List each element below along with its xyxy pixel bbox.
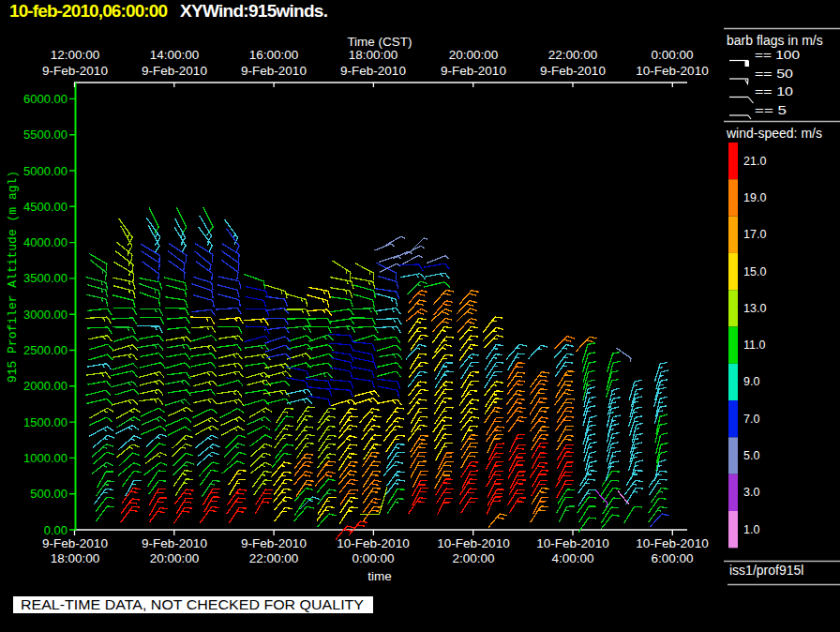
svg-text:10-Feb-2010: 10-Feb-2010 <box>636 536 708 550</box>
svg-text:3000.00: 3000.00 <box>23 308 68 322</box>
svg-text:4:00:00: 4:00:00 <box>551 551 593 565</box>
svg-text:0:00:00: 0:00:00 <box>651 48 693 62</box>
svg-text:10-Feb-2010: 10-Feb-2010 <box>536 536 608 550</box>
svg-text:9-Feb-2010: 9-Feb-2010 <box>441 64 506 78</box>
svg-text:== 10: == 10 <box>755 84 793 98</box>
svg-text:3500.00: 3500.00 <box>23 271 68 285</box>
svg-text:22:00:00: 22:00:00 <box>548 48 598 62</box>
svg-text:iss1/prof915l: iss1/prof915l <box>729 563 803 578</box>
svg-text:12:00:00: 12:00:00 <box>51 48 100 62</box>
svg-text:barb flags in m/s: barb flags in m/s <box>727 33 823 48</box>
svg-text:wind-speed: m/s: wind-speed: m/s <box>726 126 822 141</box>
svg-text:5000.00: 5000.00 <box>23 164 68 178</box>
svg-text:4500.00: 4500.00 <box>23 200 68 214</box>
svg-text:10-Feb-2010: 10-Feb-2010 <box>337 536 409 550</box>
svg-text:3.0: 3.0 <box>743 486 759 499</box>
svg-text:5.0: 5.0 <box>743 449 759 462</box>
svg-text:19.0: 19.0 <box>743 191 766 204</box>
svg-text:0:00:00: 0:00:00 <box>352 551 394 565</box>
svg-text:11.0: 11.0 <box>743 339 765 352</box>
svg-text:2000.00: 2000.00 <box>23 379 68 393</box>
svg-text:20:00:00: 20:00:00 <box>150 551 200 565</box>
svg-text:time: time <box>368 569 392 583</box>
svg-text:18:00:00: 18:00:00 <box>51 551 100 565</box>
svg-text:2500.00: 2500.00 <box>23 343 68 357</box>
svg-text:10-Feb-2010: 10-Feb-2010 <box>437 536 509 550</box>
svg-text:15.0: 15.0 <box>743 265 766 278</box>
svg-text:21.0: 21.0 <box>743 155 766 168</box>
svg-text:Time (CST): Time (CST) <box>347 35 412 49</box>
svg-text:20:00:00: 20:00:00 <box>449 48 499 62</box>
svg-text:9-Feb-2010: 9-Feb-2010 <box>142 64 207 78</box>
svg-text:18:00:00: 18:00:00 <box>349 48 398 62</box>
svg-text:9-Feb-2010: 9-Feb-2010 <box>540 64 606 78</box>
svg-text:9-Feb-2010: 9-Feb-2010 <box>142 536 207 550</box>
svg-text:9-Feb-2010: 9-Feb-2010 <box>42 64 108 78</box>
svg-text:10-feb-2010,06:00:00: 10-feb-2010,06:00:00 <box>9 1 168 21</box>
svg-text:2:00:00: 2:00:00 <box>452 551 494 565</box>
svg-text:9-Feb-2010: 9-Feb-2010 <box>241 64 307 78</box>
svg-text:== 100: == 100 <box>755 48 800 62</box>
svg-text:1.0: 1.0 <box>743 523 759 536</box>
svg-text:REAL-TIME DATA, NOT CHECKED FO: REAL-TIME DATA, NOT CHECKED FOR QUALITY <box>21 597 365 612</box>
svg-text:9.0: 9.0 <box>743 375 759 388</box>
svg-text:== 5: == 5 <box>755 103 787 117</box>
svg-text:5500.00: 5500.00 <box>23 128 68 142</box>
svg-text:9-Feb-2010: 9-Feb-2010 <box>42 536 108 550</box>
svg-text:1000.00: 1000.00 <box>23 451 68 465</box>
svg-text:6:00:00: 6:00:00 <box>651 551 693 565</box>
svg-text:XYWind:915winds.: XYWind:915winds. <box>180 1 328 21</box>
svg-text:10-Feb-2010: 10-Feb-2010 <box>636 64 708 78</box>
svg-text:1500.00: 1500.00 <box>23 415 68 429</box>
svg-text:14:00:00: 14:00:00 <box>150 48 200 62</box>
svg-text:6000.00: 6000.00 <box>23 92 68 106</box>
svg-text:0.00: 0.00 <box>44 523 68 537</box>
svg-text:500.00: 500.00 <box>30 487 68 501</box>
svg-text:7.0: 7.0 <box>743 413 759 426</box>
svg-text:22:00:00: 22:00:00 <box>249 551 299 565</box>
svg-text:16:00:00: 16:00:00 <box>249 48 299 62</box>
svg-text:4000.00: 4000.00 <box>23 235 68 249</box>
svg-text:9-Feb-2010: 9-Feb-2010 <box>241 536 307 550</box>
svg-text:== 50: == 50 <box>755 67 793 81</box>
svg-text:9-Feb-2010: 9-Feb-2010 <box>340 64 406 78</box>
svg-text:13.0: 13.0 <box>743 302 766 315</box>
svg-text:17.0: 17.0 <box>743 228 766 241</box>
svg-text:915 Profiler Altitude (m agl): 915 Profiler Altitude (m agl) <box>6 171 20 383</box>
